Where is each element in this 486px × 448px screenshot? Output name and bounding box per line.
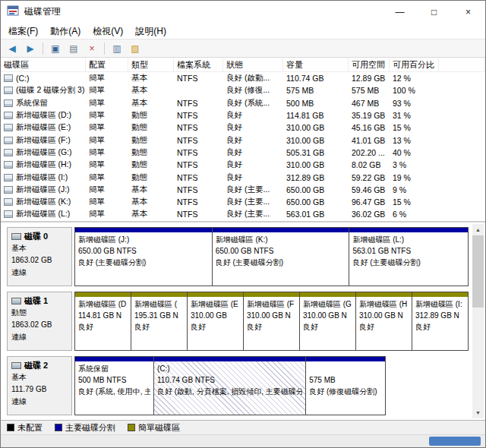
column-header[interactable]: 檔案系統: [174, 58, 223, 72]
partition[interactable]: 新增磁碟區 (D114.81 GB N良好: [74, 292, 131, 351]
disk-info[interactable]: 磁碟 0基本1863.02 GB連線: [7, 227, 72, 286]
cell-volume: 新增磁碟區 (J:): [1, 185, 86, 195]
cell-layout: 簡單: [86, 209, 128, 219]
volume-row[interactable]: 新增磁碟區 (I:)簡單動態NTFS良好312.89 GB59.22 GB19 …: [1, 171, 485, 183]
cell-free: 575 MB: [349, 86, 390, 95]
partition-title: 新增磁碟區 (J:): [78, 234, 209, 245]
disk-name-line: 磁碟 2: [11, 359, 68, 371]
partition[interactable]: 新增磁碟區 (J:)650.00 GB NTFS良好 (主要磁碟分割): [74, 227, 213, 286]
close-button[interactable]: ×: [451, 1, 485, 23]
toolbar-separator: [104, 43, 105, 55]
column-header-filler: [439, 58, 485, 72]
menu-item[interactable]: 動作(A): [44, 23, 87, 39]
cell-fs: NTFS: [174, 173, 223, 182]
column-header[interactable]: 狀態: [223, 58, 283, 72]
partition-title: 新增磁碟區 (K:): [216, 234, 346, 245]
volume-row[interactable]: 新增磁碟區 (F:)簡單動態NTFS良好310.00 GB41.01 GB13 …: [1, 134, 485, 146]
volume-row[interactable]: (C:)簡單基本NTFS良好 (啟動...110.74 GB12.89 GB12…: [1, 72, 485, 84]
volume-row[interactable]: 新增磁碟區 (E:)簡單動態NTFS良好310.00 GB45.16 GB15 …: [1, 121, 485, 134]
disk-icon: [11, 233, 21, 240]
volume-icon: [4, 137, 13, 144]
cell-capacity: 310.00 GB: [283, 160, 349, 169]
back-icon[interactable]: ◀: [4, 41, 21, 56]
partition[interactable]: 新增磁碟區 (H310.00 GB N良好: [355, 292, 412, 351]
disk-management-window: 磁碟管理 — □ × 檔案(F)動作(A)檢視(V)說明(H) ◀▶▣▤×▥▧ …: [0, 0, 486, 448]
scrollbar-track[interactable]: [472, 308, 484, 407]
minimize-button[interactable]: —: [383, 1, 417, 23]
cell-capacity: 310.00 GB: [283, 123, 349, 132]
partition[interactable]: 新增磁碟區 (I:312.89 GB N良好: [412, 292, 469, 351]
partition-size: 310.00 GB N: [359, 310, 409, 321]
cell-fs: NTFS: [174, 136, 223, 145]
cell-volume: 新增磁碟區 (G:): [1, 147, 86, 158]
disk-info[interactable]: 磁碟 1動態1863.02 GB連線: [7, 292, 72, 351]
menu-item[interactable]: 檢視(V): [87, 23, 129, 39]
partition[interactable]: 新增磁碟區 (G310.00 GB N良好: [299, 292, 356, 351]
console-window-icon[interactable]: ▣: [47, 41, 64, 56]
cell-fs: NTFS: [174, 160, 223, 169]
clipboard-icon[interactable]: ▤: [65, 41, 82, 56]
table-header: 磁碟區配置類型檔案系統狀態容量可用空間可用百分比: [1, 58, 485, 72]
forward-icon[interactable]: ▶: [22, 41, 39, 56]
volume-row[interactable]: 新增磁碟區 (J:)簡單基本NTFS良好 (主要...650.00 GB59.4…: [1, 184, 485, 196]
column-header[interactable]: 配置: [86, 58, 128, 72]
scroll-down-button[interactable]: ▼: [472, 407, 484, 418]
scrollbar-thumb[interactable]: [472, 235, 484, 308]
menu-item[interactable]: 說明(H): [129, 23, 172, 39]
volume-icon: [4, 149, 13, 156]
volume-table: 磁碟區配置類型檔案系統狀態容量可用空間可用百分比 (C:)簡單基本NTFS良好 …: [1, 58, 485, 221]
partition[interactable]: 新增磁碟區 (F310.00 GB N良好: [243, 292, 300, 351]
partition[interactable]: (C:)110.74 GB NTFS良好 (啟動, 分頁檔案, 損毀傾印, 主要…: [153, 356, 306, 415]
cell-type: 基本: [128, 197, 174, 207]
disk-icon: [11, 298, 21, 304]
partition[interactable]: 新增磁碟區 (L:)563.01 GB NTFS良好 (主要磁碟分割): [349, 227, 469, 286]
disk-info[interactable]: 磁碟 2基本111.79 GB連線: [7, 356, 72, 415]
cell-fs: NTFS: [174, 210, 223, 219]
column-header[interactable]: 磁碟區: [1, 58, 86, 72]
partition-status: 良好: [415, 321, 465, 333]
volume-name: 新增磁碟區 (D:): [16, 110, 71, 121]
volume-row[interactable]: 新增磁碟區 (G:)簡單動態NTFS良好505.31 GB202.20 ...4…: [1, 147, 485, 159]
partition-size: 575 MB: [309, 374, 382, 386]
scroll-up-button[interactable]: ▲: [472, 224, 484, 235]
column-header[interactable]: 可用空間: [349, 58, 390, 72]
cell-fs: NTFS: [174, 185, 223, 194]
cell-free: 36.02 GB: [349, 210, 390, 219]
column-header[interactable]: 類型: [128, 58, 174, 72]
partition[interactable]: 新增磁碟區 (K:)650.00 GB NTFS良好 (主要磁碟分割): [212, 227, 350, 286]
cell-type: 基本: [128, 98, 174, 109]
volume-row[interactable]: 系統保留簡單基本NTFS良好 (系統...500 MB467 MB93 %: [1, 97, 485, 109]
legend-swatch: [55, 424, 62, 431]
volume-row[interactable]: 新增磁碟區 (H:)簡單動態NTFS良好310.00 GB8.02 GB3 %: [1, 159, 485, 171]
partition-title: 新增磁碟區 (H: [359, 298, 409, 310]
partition-label: 系統保留500 MB NTFS良好 (系統, 使用中, 主...: [75, 361, 153, 415]
legend: 未配置主要磁碟分割簡單磁碟區: [1, 420, 485, 434]
column-header[interactable]: 可用百分比: [390, 58, 439, 72]
partition-size: 110.74 GB NTFS: [157, 374, 302, 386]
partition-size: 650.00 GB NTFS: [78, 245, 209, 257]
partition[interactable]: 新增磁碟區 (195.31 GB N良好: [131, 292, 188, 351]
delete-icon[interactable]: ×: [84, 41, 100, 56]
partition[interactable]: 系統保留500 MB NTFS良好 (系統, 使用中, 主...: [74, 356, 154, 415]
volume-row[interactable]: 新增磁碟區 (L:)簡單基本NTFS良好 (主要...563.01 GB36.0…: [1, 208, 485, 220]
cell-pct: 40 %: [390, 148, 439, 157]
properties-icon[interactable]: ▥: [109, 41, 125, 56]
cell-type: 基本: [128, 209, 174, 219]
disk-size: 111.79 GB: [11, 383, 68, 396]
disk-kind: 基本: [11, 242, 68, 254]
volume-row[interactable]: (磁碟 2 磁碟分割 3)簡單基本良好 (修復...575 MB575 MB10…: [1, 84, 485, 96]
partition[interactable]: 新增磁碟區 (E310.00 GB良好: [187, 292, 244, 351]
volume-row[interactable]: 新增磁碟區 (D:)簡單動態NTFS良好114.81 GB35.19 GB31 …: [1, 109, 485, 121]
help-icon[interactable]: ▧: [127, 41, 144, 56]
partition[interactable]: 575 MB良好 (修復磁碟分割): [305, 356, 386, 415]
column-header[interactable]: 容量: [283, 58, 349, 72]
cell-status: 良好: [223, 172, 283, 183]
window-title: 磁碟管理: [24, 5, 61, 18]
volume-row[interactable]: 新增磁碟區 (K:)簡單基本NTFS良好 (主要...650.00 GB96.4…: [1, 196, 485, 208]
menu-item[interactable]: 檔案(F): [2, 23, 44, 39]
cell-fs: NTFS: [174, 99, 223, 108]
maximize-button[interactable]: □: [417, 1, 451, 23]
vertical-scrollbar[interactable]: ▲ ▼: [472, 224, 484, 418]
partition-title: [309, 363, 382, 374]
disk-state: 連線: [11, 396, 68, 408]
